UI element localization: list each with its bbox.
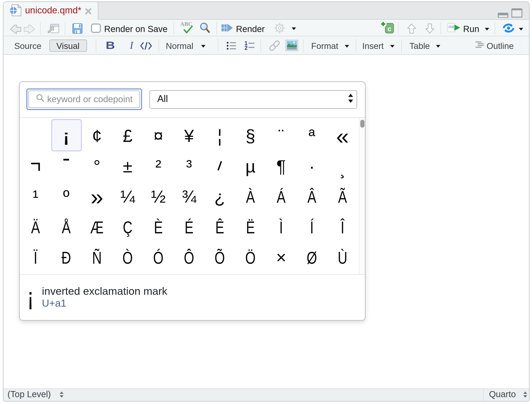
svg-text:2: 2 [245, 45, 247, 51]
svg-text:c: c [387, 25, 392, 33]
